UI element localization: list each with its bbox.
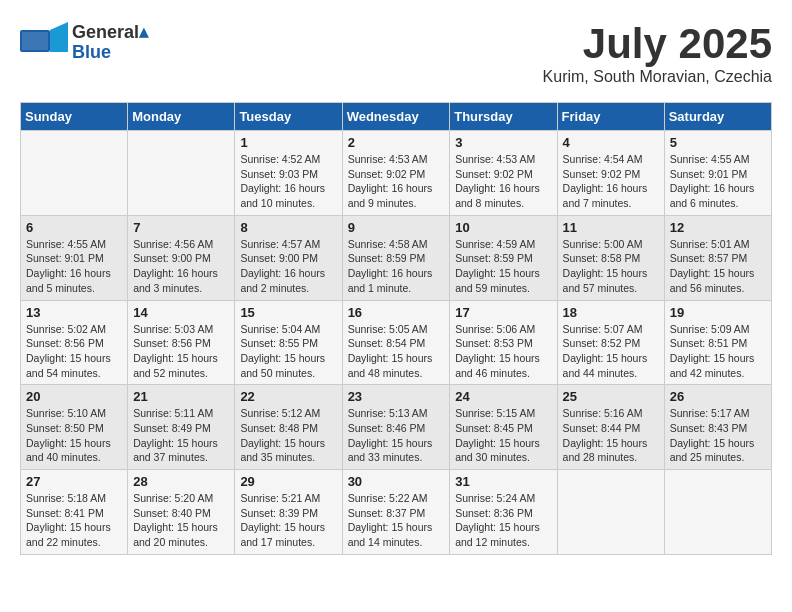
calendar-cell: 18Sunrise: 5:07 AM Sunset: 8:52 PM Dayli… xyxy=(557,300,664,385)
day-number: 19 xyxy=(670,305,766,320)
day-info: Sunrise: 5:16 AM Sunset: 8:44 PM Dayligh… xyxy=(563,406,659,465)
day-info: Sunrise: 5:12 AM Sunset: 8:48 PM Dayligh… xyxy=(240,406,336,465)
day-number: 17 xyxy=(455,305,551,320)
calendar-week-2: 6Sunrise: 4:55 AM Sunset: 9:01 PM Daylig… xyxy=(21,215,772,300)
day-info: Sunrise: 5:22 AM Sunset: 8:37 PM Dayligh… xyxy=(348,491,445,550)
calendar-cell: 6Sunrise: 4:55 AM Sunset: 9:01 PM Daylig… xyxy=(21,215,128,300)
day-info: Sunrise: 4:54 AM Sunset: 9:02 PM Dayligh… xyxy=(563,152,659,211)
calendar-week-3: 13Sunrise: 5:02 AM Sunset: 8:56 PM Dayli… xyxy=(21,300,772,385)
calendar-cell: 12Sunrise: 5:01 AM Sunset: 8:57 PM Dayli… xyxy=(664,215,771,300)
day-info: Sunrise: 5:01 AM Sunset: 8:57 PM Dayligh… xyxy=(670,237,766,296)
calendar-cell: 7Sunrise: 4:56 AM Sunset: 9:00 PM Daylig… xyxy=(128,215,235,300)
day-info: Sunrise: 5:09 AM Sunset: 8:51 PM Dayligh… xyxy=(670,322,766,381)
calendar-cell: 28Sunrise: 5:20 AM Sunset: 8:40 PM Dayli… xyxy=(128,470,235,555)
day-number: 30 xyxy=(348,474,445,489)
weekday-wednesday: Wednesday xyxy=(342,103,450,131)
day-number: 14 xyxy=(133,305,229,320)
weekday-tuesday: Tuesday xyxy=(235,103,342,131)
calendar-cell: 27Sunrise: 5:18 AM Sunset: 8:41 PM Dayli… xyxy=(21,470,128,555)
calendar-cell xyxy=(128,131,235,216)
day-number: 2 xyxy=(348,135,445,150)
calendar-cell: 14Sunrise: 5:03 AM Sunset: 8:56 PM Dayli… xyxy=(128,300,235,385)
day-info: Sunrise: 5:18 AM Sunset: 8:41 PM Dayligh… xyxy=(26,491,122,550)
weekday-thursday: Thursday xyxy=(450,103,557,131)
calendar-cell: 21Sunrise: 5:11 AM Sunset: 8:49 PM Dayli… xyxy=(128,385,235,470)
weekday-header-row: SundayMondayTuesdayWednesdayThursdayFrid… xyxy=(21,103,772,131)
page-header: General▴ Blue July 2025 Kurim, South Mor… xyxy=(20,20,772,86)
calendar-cell: 13Sunrise: 5:02 AM Sunset: 8:56 PM Dayli… xyxy=(21,300,128,385)
day-info: Sunrise: 5:17 AM Sunset: 8:43 PM Dayligh… xyxy=(670,406,766,465)
day-number: 29 xyxy=(240,474,336,489)
day-info: Sunrise: 5:15 AM Sunset: 8:45 PM Dayligh… xyxy=(455,406,551,465)
day-info: Sunrise: 5:06 AM Sunset: 8:53 PM Dayligh… xyxy=(455,322,551,381)
logo-general: General xyxy=(72,22,139,42)
calendar-cell: 8Sunrise: 4:57 AM Sunset: 9:00 PM Daylig… xyxy=(235,215,342,300)
calendar-cell xyxy=(557,470,664,555)
calendar-cell: 17Sunrise: 5:06 AM Sunset: 8:53 PM Dayli… xyxy=(450,300,557,385)
calendar-cell: 3Sunrise: 4:53 AM Sunset: 9:02 PM Daylig… xyxy=(450,131,557,216)
day-number: 6 xyxy=(26,220,122,235)
day-info: Sunrise: 5:04 AM Sunset: 8:55 PM Dayligh… xyxy=(240,322,336,381)
day-number: 23 xyxy=(348,389,445,404)
day-number: 15 xyxy=(240,305,336,320)
calendar-cell: 5Sunrise: 4:55 AM Sunset: 9:01 PM Daylig… xyxy=(664,131,771,216)
day-number: 7 xyxy=(133,220,229,235)
day-info: Sunrise: 5:13 AM Sunset: 8:46 PM Dayligh… xyxy=(348,406,445,465)
weekday-monday: Monday xyxy=(128,103,235,131)
day-number: 22 xyxy=(240,389,336,404)
day-info: Sunrise: 5:00 AM Sunset: 8:58 PM Dayligh… xyxy=(563,237,659,296)
weekday-saturday: Saturday xyxy=(664,103,771,131)
day-number: 8 xyxy=(240,220,336,235)
day-info: Sunrise: 5:10 AM Sunset: 8:50 PM Dayligh… xyxy=(26,406,122,465)
calendar-cell: 10Sunrise: 4:59 AM Sunset: 8:59 PM Dayli… xyxy=(450,215,557,300)
calendar-cell: 29Sunrise: 5:21 AM Sunset: 8:39 PM Dayli… xyxy=(235,470,342,555)
calendar-week-5: 27Sunrise: 5:18 AM Sunset: 8:41 PM Dayli… xyxy=(21,470,772,555)
day-info: Sunrise: 4:58 AM Sunset: 8:59 PM Dayligh… xyxy=(348,237,445,296)
calendar-cell: 15Sunrise: 5:04 AM Sunset: 8:55 PM Dayli… xyxy=(235,300,342,385)
day-info: Sunrise: 4:53 AM Sunset: 9:02 PM Dayligh… xyxy=(348,152,445,211)
day-info: Sunrise: 5:05 AM Sunset: 8:54 PM Dayligh… xyxy=(348,322,445,381)
day-number: 13 xyxy=(26,305,122,320)
day-info: Sunrise: 5:03 AM Sunset: 8:56 PM Dayligh… xyxy=(133,322,229,381)
weekday-friday: Friday xyxy=(557,103,664,131)
logo: General▴ Blue xyxy=(20,20,148,66)
day-number: 3 xyxy=(455,135,551,150)
calendar-title: July 2025 xyxy=(543,20,772,68)
day-info: Sunrise: 4:55 AM Sunset: 9:01 PM Dayligh… xyxy=(670,152,766,211)
day-number: 27 xyxy=(26,474,122,489)
logo-blue-part: ▴ xyxy=(139,22,148,42)
calendar-cell: 25Sunrise: 5:16 AM Sunset: 8:44 PM Dayli… xyxy=(557,385,664,470)
calendar-cell: 2Sunrise: 4:53 AM Sunset: 9:02 PM Daylig… xyxy=(342,131,450,216)
day-info: Sunrise: 5:11 AM Sunset: 8:49 PM Dayligh… xyxy=(133,406,229,465)
day-number: 26 xyxy=(670,389,766,404)
day-info: Sunrise: 4:55 AM Sunset: 9:01 PM Dayligh… xyxy=(26,237,122,296)
calendar-cell: 4Sunrise: 4:54 AM Sunset: 9:02 PM Daylig… xyxy=(557,131,664,216)
day-info: Sunrise: 4:53 AM Sunset: 9:02 PM Dayligh… xyxy=(455,152,551,211)
calendar-cell: 11Sunrise: 5:00 AM Sunset: 8:58 PM Dayli… xyxy=(557,215,664,300)
day-info: Sunrise: 5:24 AM Sunset: 8:36 PM Dayligh… xyxy=(455,491,551,550)
calendar-cell: 22Sunrise: 5:12 AM Sunset: 8:48 PM Dayli… xyxy=(235,385,342,470)
day-number: 1 xyxy=(240,135,336,150)
day-number: 11 xyxy=(563,220,659,235)
day-number: 10 xyxy=(455,220,551,235)
day-number: 25 xyxy=(563,389,659,404)
day-number: 24 xyxy=(455,389,551,404)
calendar-cell: 19Sunrise: 5:09 AM Sunset: 8:51 PM Dayli… xyxy=(664,300,771,385)
logo-text: General▴ Blue xyxy=(72,23,148,63)
calendar-cell: 20Sunrise: 5:10 AM Sunset: 8:50 PM Dayli… xyxy=(21,385,128,470)
calendar-table: SundayMondayTuesdayWednesdayThursdayFrid… xyxy=(20,102,772,555)
calendar-subtitle: Kurim, South Moravian, Czechia xyxy=(543,68,772,86)
calendar-week-1: 1Sunrise: 4:52 AM Sunset: 9:03 PM Daylig… xyxy=(21,131,772,216)
day-number: 28 xyxy=(133,474,229,489)
svg-marker-1 xyxy=(50,22,68,52)
calendar-cell: 23Sunrise: 5:13 AM Sunset: 8:46 PM Dayli… xyxy=(342,385,450,470)
calendar-cell: 9Sunrise: 4:58 AM Sunset: 8:59 PM Daylig… xyxy=(342,215,450,300)
day-info: Sunrise: 4:56 AM Sunset: 9:00 PM Dayligh… xyxy=(133,237,229,296)
logo-blue-text: Blue xyxy=(72,43,148,63)
svg-rect-2 xyxy=(22,32,48,50)
calendar-cell: 16Sunrise: 5:05 AM Sunset: 8:54 PM Dayli… xyxy=(342,300,450,385)
calendar-cell xyxy=(664,470,771,555)
day-info: Sunrise: 4:57 AM Sunset: 9:00 PM Dayligh… xyxy=(240,237,336,296)
calendar-cell xyxy=(21,131,128,216)
day-info: Sunrise: 5:07 AM Sunset: 8:52 PM Dayligh… xyxy=(563,322,659,381)
